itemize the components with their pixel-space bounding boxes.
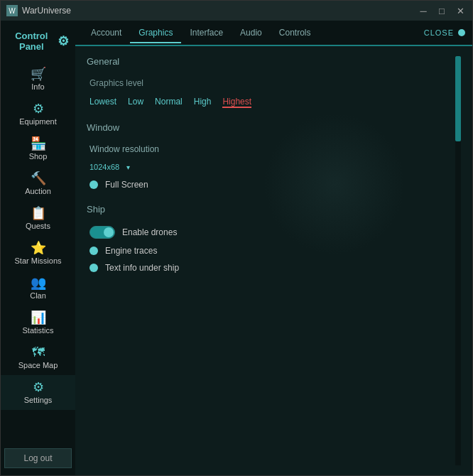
fullscreen-label: Full Screen	[105, 180, 148, 190]
sidebar-header: Control Panel ⚙	[1, 28, 75, 55]
resolution-value[interactable]: 1024x68	[89, 163, 119, 171]
scrollbar-thumb[interactable]	[455, 56, 461, 141]
app-window: W WarUniverse ─ □ ✕ Control Panel ⚙ 🛒 In…	[0, 0, 473, 476]
sidebar-item-auction[interactable]: 🔨 Auction	[1, 166, 75, 201]
resolution-row: Window resolution	[89, 144, 448, 154]
graphics-level-section: Graphics level Lowest Low Normal High Hi…	[87, 78, 448, 108]
star-missions-icon: ⭐	[31, 242, 46, 254]
sidebar-gear-icon: ⚙	[57, 33, 70, 49]
sidebar: Control Panel ⚙ 🛒 Info ⚙ Equipment 🏪 Sho…	[1, 21, 75, 475]
level-low-button[interactable]: Low	[128, 95, 143, 108]
fullscreen-row: Full Screen	[89, 180, 448, 190]
tab-close-label[interactable]: CLOSE	[424, 28, 454, 37]
toggle-knob	[104, 227, 114, 237]
tab-graphics[interactable]: Graphics	[130, 23, 181, 43]
general-section-title: General	[87, 56, 448, 70]
space-map-icon: 🗺	[32, 346, 45, 359]
sidebar-title: Control Panel	[6, 31, 57, 52]
auction-icon: 🔨	[31, 172, 46, 185]
statistics-icon: 📊	[31, 311, 46, 324]
ship-section: Ship Enable drones Engine traces	[87, 204, 448, 273]
enable-drones-label: Enable drones	[122, 227, 177, 237]
sidebar-nav: 🛒 Info ⚙ Equipment 🏪 Shop 🔨 Auction	[1, 62, 75, 410]
tab-audio[interactable]: Audio	[232, 23, 271, 43]
tabs-bar: Account Graphics Interface Audio Control…	[75, 21, 472, 46]
title-bar-left: W WarUniverse	[6, 5, 71, 16]
level-high-button[interactable]: High	[194, 95, 212, 108]
main-content: Control Panel ⚙ 🛒 Info ⚙ Equipment 🏪 Sho…	[1, 21, 472, 475]
title-bar-controls: ─ □ ✕	[417, 6, 467, 16]
panel-content: General Graphics level Lowest Low Normal…	[75, 46, 472, 475]
sidebar-item-quests[interactable]: 📋 Quests	[1, 201, 75, 236]
sidebar-item-star-missions-label: Star Missions	[14, 256, 61, 265]
sidebar-item-settings[interactable]: ⚙ Settings	[1, 375, 75, 410]
level-highest-button[interactable]: Highest	[222, 95, 251, 108]
sidebar-item-star-missions[interactable]: ⭐ Star Missions	[1, 236, 75, 271]
sidebar-item-info-label: Info	[31, 82, 44, 91]
resolution-dropdown-row: 1024x68 ▾	[89, 163, 448, 171]
window-section-title: Window	[87, 122, 448, 136]
graphics-level-label: Graphics level	[89, 78, 448, 88]
enable-drones-row: Enable drones	[89, 226, 448, 239]
close-dot-indicator	[458, 29, 465, 36]
sidebar-item-clan[interactable]: 👥 Clan	[1, 271, 75, 305]
sidebar-item-clan-label: Clan	[30, 291, 46, 300]
level-lowest-button[interactable]: Lowest	[89, 95, 116, 108]
tab-account[interactable]: Account	[82, 23, 130, 43]
sidebar-item-shop-label: Shop	[29, 152, 48, 161]
window-section: Window Window resolution 1024x68 ▾ Full …	[87, 122, 448, 190]
app-title: WarUniverse	[22, 6, 71, 16]
text-info-label: Text info under ship	[105, 263, 179, 273]
close-button[interactable]: ✕	[454, 6, 467, 16]
tabs-close-area: CLOSE	[424, 28, 465, 37]
shop-icon: 🏪	[31, 137, 46, 150]
engine-traces-row: Engine traces	[89, 246, 448, 256]
scrollbar[interactable]	[455, 56, 461, 465]
sidebar-item-shop[interactable]: 🏪 Shop	[1, 131, 75, 166]
sidebar-item-quests-label: Quests	[26, 222, 50, 230]
level-normal-button[interactable]: Normal	[155, 95, 183, 108]
text-info-row: Text info under ship	[89, 263, 448, 273]
tab-interface[interactable]: Interface	[181, 23, 232, 43]
clan-icon: 👥	[31, 276, 46, 289]
right-panel: Account Graphics Interface Audio Control…	[75, 21, 472, 475]
info-icon: 🛒	[31, 67, 46, 80]
ship-section-title: Ship	[87, 204, 448, 217]
sidebar-item-space-map-label: Space Map	[18, 361, 58, 369]
panel-main: General Graphics level Lowest Low Normal…	[87, 56, 448, 465]
sidebar-item-auction-label: Auction	[25, 187, 51, 195]
sidebar-item-settings-label: Settings	[24, 396, 53, 404]
fullscreen-dot-indicator	[89, 180, 98, 189]
enable-drones-toggle[interactable]	[89, 226, 115, 239]
maximize-button[interactable]: □	[435, 6, 448, 16]
settings-icon: ⚙	[33, 381, 44, 394]
minimize-button[interactable]: ─	[417, 6, 430, 16]
sidebar-item-statistics[interactable]: 📊 Statistics	[1, 305, 75, 340]
sidebar-item-space-map[interactable]: 🗺 Space Map	[1, 340, 75, 375]
tab-controls[interactable]: Controls	[271, 23, 320, 43]
sidebar-item-statistics-label: Statistics	[22, 326, 53, 335]
equipment-icon: ⚙	[33, 102, 44, 115]
graphics-levels: Lowest Low Normal High Highest	[89, 95, 448, 108]
sidebar-item-equipment-label: Equipment	[19, 117, 57, 126]
logout-button[interactable]: Log out	[4, 448, 72, 468]
app-icon: W	[6, 5, 18, 16]
sidebar-item-equipment[interactable]: ⚙ Equipment	[1, 97, 75, 131]
engine-traces-dot-indicator	[89, 247, 98, 255]
engine-traces-label: Engine traces	[105, 246, 157, 256]
resolution-label: Window resolution	[89, 144, 159, 154]
title-bar: W WarUniverse ─ □ ✕	[1, 1, 472, 21]
sidebar-item-info[interactable]: 🛒 Info	[1, 62, 75, 97]
quests-icon: 📋	[31, 207, 46, 220]
text-info-dot-indicator	[89, 264, 98, 272]
resolution-chevron-icon: ▾	[126, 163, 130, 171]
